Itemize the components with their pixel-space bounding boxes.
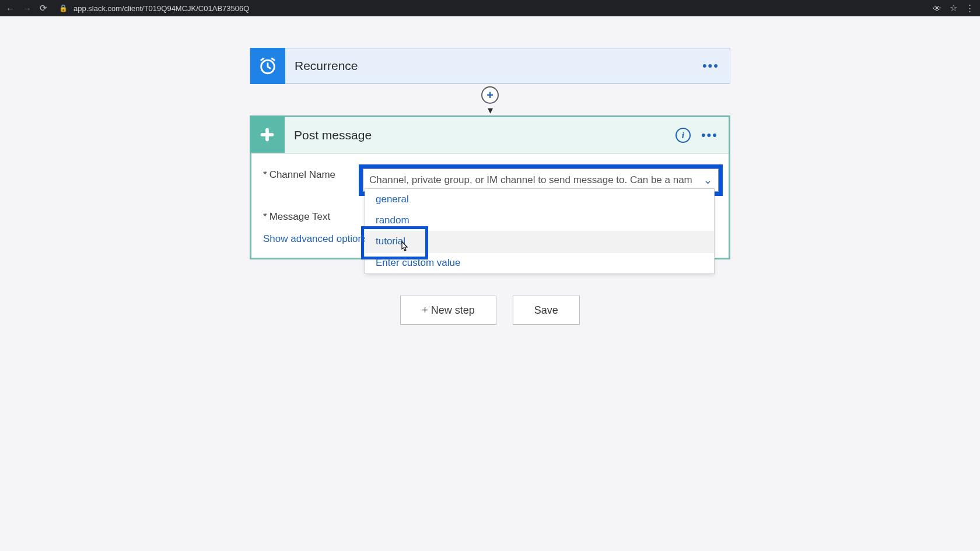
action-header[interactable]: Post message i ••• xyxy=(251,117,729,154)
back-icon[interactable]: ← xyxy=(6,3,15,13)
channel-placeholder: Channel, private group, or IM channel to… xyxy=(369,174,698,186)
browser-toolbar: ← → ⟳ 🔒 app.slack.com/client/T019Q94MCJK… xyxy=(0,0,980,16)
menu-icon[interactable]: ⋮ xyxy=(965,3,974,13)
plus-icon: + xyxy=(487,89,494,102)
arrow-down-icon: ▾ xyxy=(488,104,493,117)
dropdown-option-custom[interactable]: Enter custom value xyxy=(365,252,714,273)
action-more-icon[interactable]: ••• xyxy=(701,128,718,143)
page-area: Recurrence ••• + ▾ Post message xyxy=(0,16,980,551)
info-icon[interactable]: i xyxy=(676,128,691,143)
svg-rect-2 xyxy=(265,128,269,141)
message-text-label: *Message Text xyxy=(263,206,356,223)
action-title: Post message xyxy=(285,128,676,142)
url-text: app.slack.com/client/T019Q94MCJK/C01AB73… xyxy=(74,4,249,13)
channel-dropdown-list: general random tutorial Enter custom val… xyxy=(365,188,715,274)
trigger-card[interactable]: Recurrence ••• xyxy=(250,48,730,84)
dropdown-option-random[interactable]: random xyxy=(365,210,714,231)
channel-name-label: *Channel Name xyxy=(263,164,356,181)
footer-buttons: + New step Save xyxy=(250,296,730,325)
lock-icon: 🔒 xyxy=(59,4,68,12)
trigger-title: Recurrence xyxy=(285,59,702,73)
new-step-button[interactable]: + New step xyxy=(400,296,496,325)
reload-icon[interactable]: ⟳ xyxy=(40,3,47,13)
add-step-button[interactable]: + xyxy=(481,86,499,104)
incognito-icon[interactable]: 👁 xyxy=(933,3,942,13)
chevron-down-icon: ⌄ xyxy=(698,174,712,187)
trigger-more-icon[interactable]: ••• xyxy=(702,58,719,73)
dropdown-option-general[interactable]: general xyxy=(365,189,714,210)
action-card: Post message i ••• *Channel Name Channel… xyxy=(250,115,730,259)
clock-icon xyxy=(250,48,285,84)
save-button[interactable]: Save xyxy=(513,296,580,325)
star-icon[interactable]: ☆ xyxy=(950,3,957,13)
address-bar[interactable]: 🔒 app.slack.com/client/T019Q94MCJK/C01AB… xyxy=(59,4,249,13)
connector: + ▾ xyxy=(250,84,730,115)
forward-icon[interactable]: → xyxy=(23,3,32,13)
dropdown-option-tutorial[interactable]: tutorial xyxy=(365,231,714,252)
slack-icon xyxy=(250,116,285,153)
